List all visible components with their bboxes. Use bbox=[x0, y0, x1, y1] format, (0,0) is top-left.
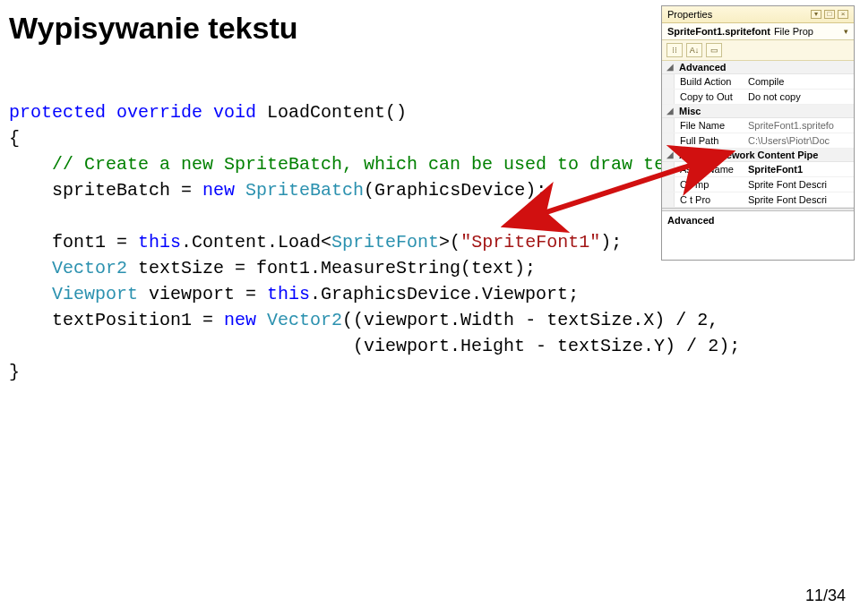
type-vector2: Vector2 bbox=[267, 310, 342, 330]
prop-pages-button[interactable]: ▭ bbox=[706, 43, 722, 57]
kw-override: override bbox=[116, 102, 202, 123]
category-misc[interactable]: ◢ Misc bbox=[662, 105, 854, 118]
prop-name: Co mp bbox=[675, 177, 744, 192]
description-title: Advanced bbox=[667, 215, 848, 226]
prop-name: Build Action bbox=[675, 74, 744, 89]
code-comment: // Create a new SpriteBatch, which can b… bbox=[52, 154, 665, 175]
panel-titlebar[interactable]: Properties ▾ □ × bbox=[662, 6, 854, 23]
code-brace-close: } bbox=[9, 362, 20, 382]
property-grid: ◢ Advanced Build Action Compile Copy to … bbox=[662, 61, 854, 208]
prop-name: C t Pro bbox=[675, 192, 744, 207]
category-advanced[interactable]: ◢ Advanced bbox=[662, 61, 854, 74]
kw-this: this bbox=[138, 232, 181, 252]
prop-value[interactable]: Compile bbox=[744, 74, 854, 89]
object-name: SpriteFont1.spritefont bbox=[667, 26, 770, 37]
prop-name: Full Path bbox=[675, 133, 744, 148]
category-xna[interactable]: ◢ XNA Framework Content Pipe bbox=[662, 149, 854, 162]
code-text: .Content.Load< bbox=[181, 232, 331, 252]
code-text bbox=[256, 310, 267, 330]
row-full-path[interactable]: Full Path C:\Users\Piotr\Doc bbox=[662, 133, 854, 149]
code-text: font1 = bbox=[9, 232, 138, 252]
prop-value[interactable]: Do not copy bbox=[744, 90, 854, 104]
collapse-icon[interactable]: ◢ bbox=[666, 151, 675, 159]
dropdown-icon[interactable]: ▾ bbox=[811, 10, 821, 19]
code-text: ); bbox=[600, 232, 622, 252]
code-text bbox=[9, 258, 52, 278]
kw-new: new bbox=[224, 310, 256, 330]
code-text bbox=[9, 284, 52, 304]
maximize-icon[interactable]: □ bbox=[824, 10, 835, 19]
code-text bbox=[235, 180, 245, 201]
description-panel: Advanced bbox=[662, 211, 854, 260]
kw-void: void bbox=[213, 102, 256, 123]
code-text: .GraphicsDevice.Viewport; bbox=[310, 284, 579, 304]
prop-name: Asset Name bbox=[675, 162, 744, 176]
props-toolbar: ⁝⁝ A↓ ▭ bbox=[662, 40, 854, 61]
code-text: ((viewport.Width - textSize.X) / 2, bbox=[342, 310, 718, 330]
code-text: (viewport.Height - textSize.Y) / 2); bbox=[9, 336, 740, 356]
prop-name: File Name bbox=[675, 118, 744, 133]
code-text: >( bbox=[439, 232, 460, 252]
row-copy-to-out[interactable]: Copy to Out Do not copy bbox=[662, 90, 854, 105]
kw-protected: protected bbox=[9, 102, 106, 123]
row-content-importer[interactable]: Co mp Sprite Font Descri bbox=[662, 177, 854, 192]
code-text: textPosition1 = bbox=[9, 310, 224, 330]
kw-new: new bbox=[202, 180, 235, 201]
type-vector2: Vector2 bbox=[52, 258, 127, 278]
chevron-down-icon: ▾ bbox=[844, 27, 848, 36]
object-selector[interactable]: SpriteFont1.spritefont File Prop ▾ bbox=[662, 23, 854, 40]
row-content-processor[interactable]: C t Pro Sprite Font Descri bbox=[662, 192, 854, 208]
code-brace-open: { bbox=[9, 128, 20, 149]
object-type: File Prop bbox=[774, 26, 813, 37]
type-viewport: Viewport bbox=[52, 284, 138, 304]
prop-value[interactable]: SpriteFont1 bbox=[744, 162, 854, 176]
prop-value: C:\Users\Piotr\Doc bbox=[744, 133, 854, 148]
close-icon[interactable]: × bbox=[838, 10, 848, 19]
properties-panel: Properties ▾ □ × SpriteFont1.spritefont … bbox=[661, 5, 855, 261]
alpha-sort-button[interactable]: A↓ bbox=[686, 43, 702, 57]
row-asset-name[interactable]: Asset Name SpriteFont1 bbox=[662, 162, 854, 177]
row-build-action[interactable]: Build Action Compile bbox=[662, 74, 854, 90]
code-text: textSize = font1.MeasureString(text); bbox=[127, 258, 536, 278]
prop-value: SpriteFont1.spritefo bbox=[744, 118, 854, 133]
row-file-name[interactable]: File Name SpriteFont1.spritefo bbox=[662, 118, 854, 133]
panel-title-label: Properties bbox=[667, 9, 712, 20]
prop-name: Copy to Out bbox=[675, 90, 744, 104]
code-text: LoadContent() bbox=[256, 102, 407, 123]
string-literal: "SpriteFont1" bbox=[460, 232, 600, 252]
code-text: (GraphicsDevice); bbox=[364, 180, 546, 201]
type-spritebatch: SpriteBatch bbox=[245, 180, 364, 201]
prop-value[interactable]: Sprite Font Descri bbox=[744, 192, 854, 207]
category-label: XNA Framework Content Pipe bbox=[679, 150, 818, 160]
categorized-button[interactable]: ⁝⁝ bbox=[666, 43, 683, 57]
collapse-icon[interactable]: ◢ bbox=[666, 64, 675, 72]
kw-this: this bbox=[267, 284, 310, 304]
page-number: 11/34 bbox=[805, 586, 846, 605]
collapse-icon[interactable]: ◢ bbox=[666, 107, 675, 116]
category-label: Misc bbox=[679, 106, 701, 116]
code-text: spriteBatch = bbox=[9, 180, 202, 201]
prop-value[interactable]: Sprite Font Descri bbox=[744, 177, 854, 192]
code-text: viewport = bbox=[138, 284, 267, 304]
category-label: Advanced bbox=[679, 62, 727, 73]
type-spritefont: SpriteFont bbox=[331, 232, 439, 252]
